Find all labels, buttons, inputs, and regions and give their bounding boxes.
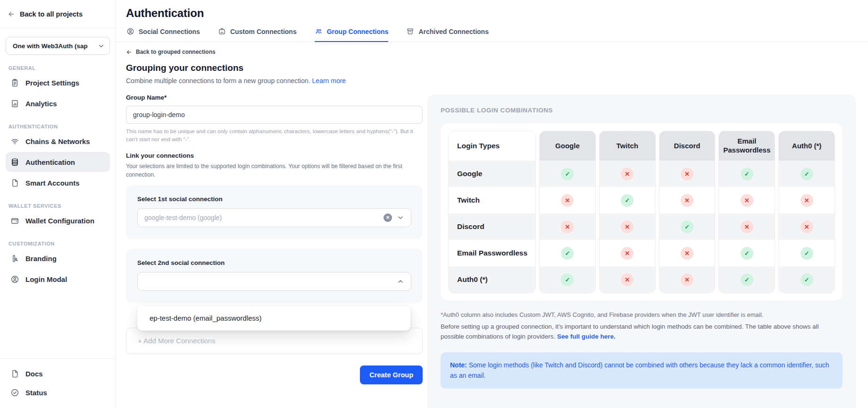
sidebar-item-login-modal[interactable]: Login Modal	[6, 269, 110, 289]
note-label: Note:	[450, 361, 467, 369]
cross-icon: ✕	[561, 221, 574, 233]
second-connection-select[interactable]	[137, 272, 411, 291]
combo-column-header: Email Passwordless	[719, 131, 775, 161]
combo-cell: ✓	[779, 266, 835, 293]
form-actions: Create Group	[126, 366, 423, 384]
combo-cell: ✕	[659, 266, 715, 293]
cross-icon: ✕	[681, 247, 693, 260]
check-icon: ✓	[561, 247, 574, 260]
sidebar-item-chains-networks[interactable]: Chains & Networks	[6, 131, 110, 151]
user-circle-icon	[10, 275, 19, 284]
sidebar-item-branding[interactable]: Branding	[6, 248, 110, 268]
auth0-footnote: *Auth0 column also includes Custom JWT, …	[441, 311, 843, 318]
cross-icon: ✕	[561, 194, 574, 207]
tab-custom-connections[interactable]: Custom Connections	[218, 27, 297, 42]
combinations-table: Login TypesGoogleTwitchDiscordEmail Pass…	[448, 131, 835, 293]
combo-cell: ✕	[600, 161, 655, 187]
combo-row-label: Google	[449, 161, 535, 187]
combo-row-label: Discord	[449, 213, 535, 240]
combinations-description: Before setting up a grouped connection, …	[441, 322, 843, 342]
app-window: Back to all projects One with Web3Auth (…	[0, 0, 868, 408]
check-icon: ✓	[741, 273, 753, 286]
combo-cell: ✓	[540, 240, 595, 266]
project-selector[interactable]: One with Web3Auth (sap	[6, 37, 110, 55]
tab-archived-connections[interactable]: Archived Connections	[406, 27, 489, 42]
combo-column-header: Login Types	[449, 131, 535, 161]
cross-icon: ✕	[801, 221, 813, 233]
see-full-guide-link[interactable]: See full guide here.	[557, 333, 616, 340]
sidebar-item-analytics[interactable]: Analytics	[6, 94, 110, 113]
combo-column-header: Google	[540, 131, 595, 161]
dropdown-option-ep-test-demo[interactable]: ep-test-demo (email_passwordless)	[137, 309, 410, 328]
form-subtitle-text: Combine multiple connections to form a n…	[126, 77, 310, 85]
first-connection-value: google-test-demo (google)	[144, 214, 379, 221]
sidebar-item-label: Status	[25, 389, 47, 397]
project-selector-value: One with Web3Auth (sap	[13, 42, 95, 50]
content-row: Back to grouped connections Grouping you…	[116, 42, 868, 408]
combo-cell: ✕	[600, 240, 655, 266]
note-text: Some login methods (like Twitch and Disc…	[450, 361, 829, 379]
first-connection-label: Select 1st social connection	[137, 196, 411, 203]
combo-column-header: Auth0 (*)	[779, 131, 835, 161]
check-icon: ✓	[801, 168, 813, 180]
tab-group-connections[interactable]: Group Connections	[315, 27, 389, 42]
sidebar-item-smart-accounts[interactable]: Smart Accounts	[6, 173, 110, 193]
file-icon	[10, 178, 19, 187]
learn-more-link[interactable]: Learn more	[312, 77, 346, 85]
cross-icon: ✕	[621, 247, 634, 260]
sidebar-item-project-settings[interactable]: Project Settings	[6, 73, 110, 93]
combo-column-twitch: Twitch✕✓✕✕✕	[599, 131, 656, 293]
check-icon: ✓	[741, 247, 753, 260]
sidebar-item-wallet-configuration[interactable]: Wallet Configuration	[6, 211, 110, 230]
cross-icon: ✕	[621, 221, 634, 233]
combo-column-google: Google✓✕✕✓✓	[539, 131, 596, 293]
badge-icon	[218, 27, 226, 35]
combo-cell: ✕	[659, 240, 715, 266]
add-more-connections-button[interactable]: + Add More Connections	[126, 328, 423, 354]
combo-row-label: Auth0 (*)	[449, 266, 535, 293]
check-icon: ✓	[801, 273, 813, 286]
chevron-down-icon	[397, 214, 404, 221]
combo-cell: ✕	[779, 187, 835, 213]
sidebar-item-label: Chains & Networks	[25, 137, 90, 145]
sidebar-item-label: Login Modal	[25, 275, 67, 283]
sidebar-item-authentication[interactable]: Authentication	[6, 152, 110, 172]
combo-column-header: Discord	[659, 131, 715, 161]
back-to-all-projects-link[interactable]: Back to all projects	[0, 0, 116, 28]
sidebar-item-status[interactable]: Status	[6, 383, 110, 401]
first-connection-select[interactable]: google-test-demo (google) ✕	[137, 208, 411, 227]
combo-cell: ✓	[540, 266, 595, 293]
arrow-left-icon	[126, 49, 132, 55]
group-name-input[interactable]	[126, 106, 423, 124]
page-title: Authentication	[126, 7, 868, 20]
form-heading: Grouping your connections	[126, 63, 423, 73]
clear-selection-icon[interactable]: ✕	[384, 213, 392, 222]
combo-cell: ✕	[659, 161, 715, 187]
combo-cell: ✕	[719, 187, 775, 213]
sidebar: Back to all projects One with Web3Auth (…	[0, 0, 116, 408]
cross-icon: ✕	[681, 168, 693, 180]
note-callout: Note: Some login methods (like Twitch an…	[441, 352, 843, 389]
sidebar-item-docs[interactable]: Docs	[6, 365, 110, 382]
combo-column-header: Twitch	[600, 131, 655, 161]
cross-icon: ✕	[801, 194, 813, 207]
sidebar-item-label: Authentication	[25, 158, 75, 166]
combo-cell: ✕	[540, 213, 595, 240]
cross-icon: ✕	[681, 273, 693, 286]
link-connections-description: Your selections are limited to the suppo…	[126, 162, 423, 179]
group-form: Back to grouped connections Grouping you…	[116, 42, 423, 384]
check-icon: ✓	[741, 168, 753, 180]
combo-cell: ✓	[779, 240, 835, 266]
sidebar-footer: DocsStatus	[0, 358, 116, 408]
back-to-grouped-connections-link[interactable]: Back to grouped connections	[126, 49, 423, 55]
sidebar-section-label: WALLET SERVICES	[8, 203, 107, 209]
combo-cell: ✓	[719, 161, 775, 187]
sidebar-item-label: Wallet Configuration	[25, 217, 94, 225]
tab-social-connections[interactable]: Social Connections	[126, 27, 200, 42]
sidebar-item-label: Project Settings	[25, 79, 79, 87]
link-connections-heading: Link your connections	[126, 152, 423, 159]
stack-icon	[10, 158, 19, 167]
combo-cell: ✕	[540, 187, 595, 213]
cross-icon: ✕	[621, 273, 634, 286]
create-group-button[interactable]: Create Group	[360, 366, 423, 384]
